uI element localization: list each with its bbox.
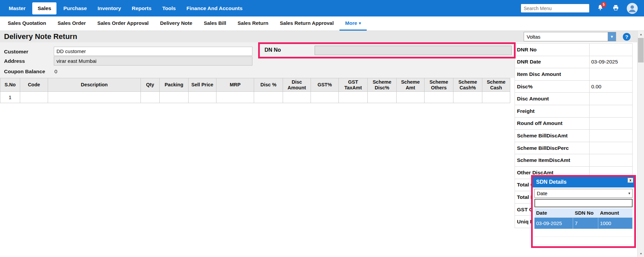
col-header-gst-pct: GST%	[311, 78, 339, 92]
summary-row-disc-pct: Disc% 0.00	[515, 81, 632, 93]
subnav-sales-order[interactable]: Sales Order	[52, 16, 91, 31]
col-header-scheme-amt: Scheme Amt	[397, 78, 425, 92]
cell-qty[interactable]	[141, 92, 160, 103]
items-table-header-row: S.No Code Description Qty Packing Sell P…	[0, 78, 510, 92]
sdn-table-row-selected[interactable]: 03-09-2025 7 1000	[534, 218, 633, 229]
sdn-search-input[interactable]	[534, 199, 633, 207]
search-input[interactable]	[521, 4, 590, 13]
topnav-item-inventory[interactable]: Inventory	[92, 0, 126, 16]
cell-description[interactable]	[48, 92, 141, 103]
subnav-more-label: More	[345, 20, 357, 26]
summary-label: Round off Amount	[515, 118, 590, 130]
subnav-sales-return[interactable]: Sales Return	[232, 16, 274, 31]
col-header-mrp: MRP	[216, 78, 254, 92]
topnav-item-purchase[interactable]: Purchase	[58, 0, 92, 16]
cell-sell-price[interactable]	[189, 92, 216, 103]
summary-label: Scheme ItemDiscAmt	[515, 154, 590, 166]
top-nav: Master Sales Purchase Inventory Reports …	[0, 0, 644, 16]
cell-disc-pct[interactable]	[254, 92, 283, 103]
cell-gst-pct[interactable]	[311, 92, 339, 103]
sdn-filter-value: Date	[537, 190, 548, 196]
topnav-item-sales[interactable]: Sales	[32, 2, 57, 14]
topnav-item-master[interactable]: Master	[3, 0, 31, 16]
chevron-down-icon: ▾	[628, 191, 630, 196]
sdn-details-popup: SDN Details x Date ▾ Date SDN No Amount …	[531, 175, 636, 248]
notifications-button[interactable]: 5	[596, 4, 605, 13]
cell-sno[interactable]: 1	[0, 92, 20, 103]
chevron-down-icon[interactable]: ▼	[608, 32, 616, 41]
summary-row-dnr-no: DNR No	[515, 44, 632, 56]
sdn-table: Date SDN No Amount 03-09-2025 7 1000	[534, 208, 633, 245]
user-avatar[interactable]	[627, 3, 638, 14]
col-header-disc-pct: Disc %	[254, 78, 283, 92]
table-row: 1	[0, 92, 510, 103]
subnav-delivery-note[interactable]: Delivery Note	[154, 16, 198, 31]
titlebar-right: Voltas ▼ ?	[524, 32, 631, 41]
topnav-item-reports[interactable]: Reports	[126, 0, 157, 16]
subnav-sales-bill[interactable]: Sales Bill	[198, 16, 232, 31]
subnav-sales-return-approval[interactable]: Sales Return Approval	[274, 16, 339, 31]
cell-packing[interactable]	[160, 92, 189, 103]
col-header-sno: S.No	[0, 78, 20, 92]
scroll-up-icon[interactable]: ▲	[638, 31, 644, 38]
sdn-cell-no: 7	[573, 218, 598, 229]
cell-disc-amount[interactable]	[283, 92, 311, 103]
print-button[interactable]	[611, 4, 620, 13]
summary-row-freight: Freight	[515, 105, 632, 118]
sdn-col-amount-header: Amount	[598, 210, 633, 216]
topnav-item-finance-accounts[interactable]: Finance And Accounts	[181, 0, 248, 16]
cell-gst-taxamt[interactable]	[339, 92, 368, 103]
sdn-col-no-header: SDN No	[573, 210, 598, 216]
col-header-code: Code	[20, 78, 48, 92]
scroll-down-icon[interactable]: ▼	[638, 250, 644, 257]
topnav-right-tools: 5	[521, 3, 644, 14]
dn-no-input[interactable]	[315, 46, 512, 55]
cell-code[interactable]	[20, 92, 48, 103]
col-header-gst-taxamt: GST TaxAmt	[339, 78, 368, 92]
cell-scheme-cash-pct[interactable]	[453, 92, 482, 103]
summary-row-disc-amount: Disc Amount	[515, 93, 632, 105]
summary-label: Disc%	[515, 81, 590, 93]
cell-scheme-amt[interactable]	[397, 92, 425, 103]
summary-label: Disc Amount	[515, 93, 590, 105]
scrollbar-thumb[interactable]	[638, 38, 644, 62]
person-icon	[627, 9, 638, 14]
summary-value: 03-09-2025	[590, 59, 632, 65]
cell-scheme-disc[interactable]	[368, 92, 397, 103]
address-input[interactable]	[54, 56, 252, 66]
col-header-scheme-cash-pct: Scheme Cash%	[453, 78, 482, 92]
sdn-popup-body: Date ▾ Date SDN No Amount 03-09-2025 7 1…	[533, 187, 634, 246]
summary-row-scheme-itemdiscamt: Scheme ItemDiscAmt	[515, 154, 632, 167]
cell-scheme-others[interactable]	[425, 92, 453, 103]
customer-input[interactable]	[54, 47, 252, 56]
col-header-disc-amount: Disc Amount	[283, 78, 311, 92]
sdn-table-header: Date SDN No Amount	[534, 208, 633, 218]
address-label: Address	[4, 58, 25, 64]
company-select[interactable]: Voltas ▼	[524, 32, 616, 41]
help-button[interactable]: ?	[623, 33, 631, 41]
subnav-sales-quotation[interactable]: Sales Quotation	[2, 16, 52, 31]
summary-label: Freight	[515, 105, 590, 117]
close-icon[interactable]: x	[628, 178, 633, 183]
summary-row-item-disc-amount: Item Disc Amount	[515, 68, 632, 81]
vertical-scrollbar[interactable]: ▲ ▼	[637, 31, 644, 257]
sdn-empty-row	[534, 237, 633, 245]
cell-mrp[interactable]	[216, 92, 254, 103]
coupon-balance-label: Coupon Balance	[4, 69, 45, 75]
summary-row-scheme-billdiscperc: Scheme BillDiscPerc	[515, 142, 632, 155]
topnav-item-tools[interactable]: Tools	[157, 0, 181, 16]
sdn-filter-select[interactable]: Date ▾	[534, 189, 633, 198]
chevron-down-icon: ▾	[359, 21, 361, 26]
app-window: Master Sales Purchase Inventory Reports …	[0, 0, 644, 257]
summary-label: Scheme BillDiscAmt	[515, 130, 590, 142]
cell-scheme-cash[interactable]	[482, 92, 510, 103]
summary-label: DNR Date	[515, 56, 590, 68]
printer-icon	[612, 4, 619, 13]
subnav-more[interactable]: More ▾	[339, 16, 367, 31]
subnav-sales-order-approval[interactable]: Sales Order Approval	[91, 16, 154, 31]
sales-sub-nav: Sales Quotation Sales Order Sales Order …	[0, 16, 644, 31]
customer-label: Customer	[4, 49, 28, 55]
coupon-balance-value: 0	[54, 69, 57, 75]
sdn-cell-amount: 1000	[598, 218, 633, 229]
notification-badge: 5	[601, 2, 606, 7]
